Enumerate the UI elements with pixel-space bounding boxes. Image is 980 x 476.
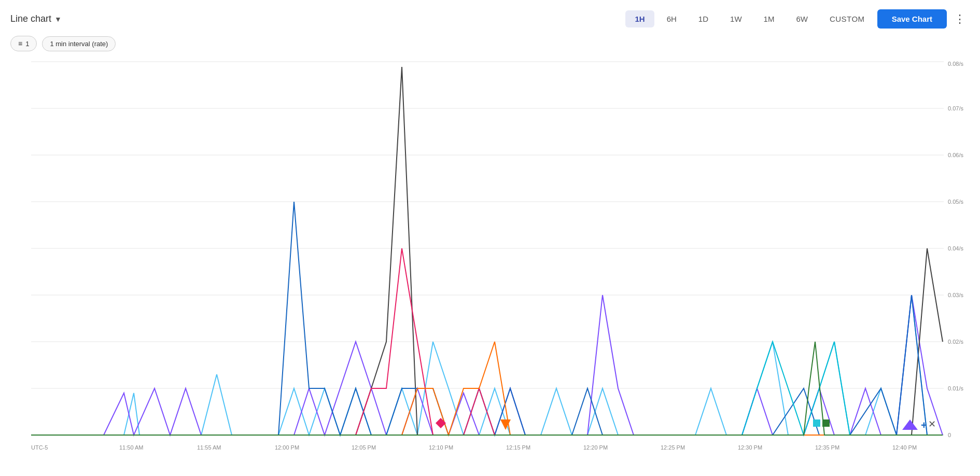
y-label-8: 0.08/s bbox=[948, 61, 963, 67]
top-bar: Line chart ▼ 1H 6H 1D 1W 1M 6W CUSTOM Sa… bbox=[0, 0, 980, 34]
y-label-7: 0.07/s bbox=[948, 105, 963, 111]
marker-blue-plus: + bbox=[921, 419, 927, 431]
line-darkgrey bbox=[31, 67, 943, 435]
y-label-3: 0.03/s bbox=[948, 292, 963, 298]
chart-type-button[interactable]: Line chart ▼ bbox=[10, 13, 62, 24]
x-label-1155: 11:55 AM bbox=[197, 444, 221, 451]
line-medblue bbox=[31, 202, 943, 435]
filter-chip-2[interactable]: 1 min interval (rate) bbox=[42, 36, 116, 51]
time-btn-1w[interactable]: 1W bbox=[721, 10, 751, 27]
x-label-1240: 12:40 PM bbox=[892, 444, 917, 451]
marker-x-mark: ✕ bbox=[928, 419, 936, 429]
chart-type-dropdown-icon: ▼ bbox=[54, 15, 62, 23]
x-label-utc: UTC-5 bbox=[31, 444, 48, 451]
more-options-button[interactable]: ⋮ bbox=[950, 10, 970, 28]
time-range-section: 1H 6H 1D 1W 1M 6W CUSTOM Save Chart ⋮ bbox=[625, 9, 970, 29]
filter-chip-1-label: 1 bbox=[25, 40, 29, 48]
x-label-1235: 12:35 PM bbox=[815, 444, 839, 451]
marker-teal-square bbox=[813, 419, 820, 427]
marker-green-square bbox=[822, 419, 830, 427]
time-btn-1h[interactable]: 1H bbox=[625, 10, 654, 27]
y-label-6: 0.06/s bbox=[948, 152, 963, 158]
y-label-1: 0.01/s bbox=[948, 385, 963, 391]
filter-bar: ≡ 1 1 min interval (rate) bbox=[0, 34, 980, 57]
time-btn-6h[interactable]: 6H bbox=[657, 10, 686, 27]
x-label-1230: 12:30 PM bbox=[738, 444, 762, 451]
time-btn-1m[interactable]: 1M bbox=[754, 10, 784, 27]
custom-button[interactable]: CUSTOM bbox=[820, 10, 874, 27]
marker-purple-triangle bbox=[902, 419, 918, 430]
y-label-4: 0.04/s bbox=[948, 245, 963, 251]
x-label-1220: 12:20 PM bbox=[583, 444, 608, 451]
filter-icon: ≡ bbox=[18, 39, 22, 48]
x-label-1150: 11:50 AM bbox=[119, 444, 143, 451]
x-label-1210: 12:10 PM bbox=[429, 444, 453, 451]
save-chart-button[interactable]: Save Chart bbox=[877, 9, 947, 29]
chart-type-label: Line chart bbox=[10, 13, 51, 24]
time-btn-1d[interactable]: 1D bbox=[689, 10, 718, 27]
filter-chip-1[interactable]: ≡ 1 bbox=[10, 36, 37, 51]
filter-chip-2-label: 1 min interval (rate) bbox=[50, 40, 108, 48]
y-label-2: 0.02/s bbox=[948, 339, 963, 345]
chart-container: 0 0.01/s 0.02/s 0.03/s 0.04/s 0.05/s 0.0… bbox=[0, 57, 980, 461]
x-label-1215: 12:15 PM bbox=[506, 444, 530, 451]
x-label-1205: 12:05 PM bbox=[352, 444, 376, 451]
y-label-0: 0 bbox=[948, 432, 951, 438]
marker-pink-diamond bbox=[436, 418, 446, 428]
x-label-1225: 12:25 PM bbox=[661, 444, 685, 451]
left-section: Line chart ▼ bbox=[10, 13, 62, 24]
x-label-1200: 12:00 PM bbox=[275, 444, 299, 451]
chart-svg: 0 0.01/s 0.02/s 0.03/s 0.04/s 0.05/s 0.0… bbox=[0, 57, 980, 461]
time-btn-6w[interactable]: 6W bbox=[787, 10, 817, 27]
y-label-5: 0.05/s bbox=[948, 199, 963, 205]
